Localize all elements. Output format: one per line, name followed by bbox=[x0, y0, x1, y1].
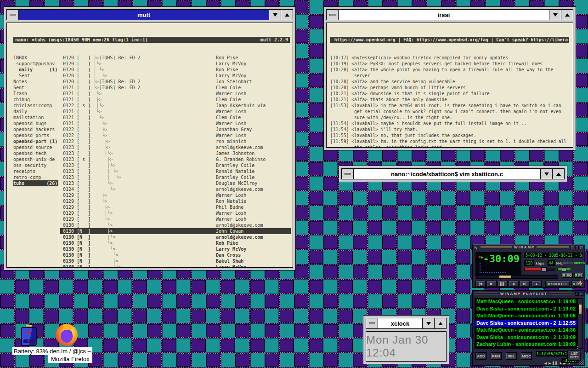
mail-row[interactable]: 0120 [ ] ├>[TUHS] Re: FD 2Rob Pike bbox=[60, 55, 291, 61]
play-button[interactable]: ▶ bbox=[486, 281, 497, 287]
mail-row[interactable]: 0121 [ ] └>[TUHS] Re: FD 2Clem Cole bbox=[60, 85, 291, 91]
topic-url[interactable]: https://libera. bbox=[531, 37, 571, 42]
mail-row[interactable]: 0130 [N ] ├>John Cowan bbox=[60, 228, 291, 234]
winamp-close-button[interactable] bbox=[580, 246, 583, 249]
previous-button[interactable]: |◀ bbox=[475, 281, 486, 287]
mutt-titlebar[interactable]: mutt bbox=[6, 9, 293, 20]
mail-row[interactable]: 0121 [ ] └>Warner Losh bbox=[60, 109, 291, 115]
mailbox-item[interactable]: Sent bbox=[13, 85, 58, 91]
mail-row[interactable]: 0123 [ ] │ └>Ronald Natalie bbox=[60, 168, 291, 174]
next-button[interactable]: ▶| bbox=[520, 281, 530, 287]
xclock-titlebar[interactable]: xclock bbox=[366, 318, 447, 329]
mailbox-item[interactable]: openbsd-source- bbox=[13, 144, 58, 150]
mail-row[interactable]: 0120 [ ] │ └>Rob Pike bbox=[60, 67, 291, 73]
mail-row[interactable]: 0122 [ ] ├>Jonathan Gray bbox=[60, 126, 291, 132]
mailbox-item[interactable]: openbsd-hackers bbox=[13, 126, 58, 132]
resize-grip[interactable] bbox=[579, 359, 584, 365]
mail-row[interactable]: 0123 [ ] │└>James Johnston bbox=[60, 150, 291, 156]
mailbox-item[interactable]: Sent bbox=[13, 73, 58, 79]
mail-row[interactable]: 0130 [N ] └>Dan Cross bbox=[60, 252, 291, 258]
xbatticon-minimize-button[interactable] bbox=[540, 169, 552, 179]
mailbox-item[interactable]: receipts bbox=[13, 168, 58, 174]
irssi-minimize-button[interactable] bbox=[549, 10, 561, 20]
eq-button[interactable]: EQ bbox=[562, 273, 573, 278]
winamp-time-display[interactable]: ▶ -30:09 bbox=[475, 252, 521, 276]
mail-row[interactable]: 0121 [ ] └>Warner Losh bbox=[60, 121, 291, 126]
misc-button[interactable]: MISC bbox=[521, 352, 532, 360]
xclock-minimize-button[interactable] bbox=[422, 318, 434, 328]
mail-row[interactable]: 0120 [ ] ├>[TUHS] Re: FD 2Jon Steinhart bbox=[60, 79, 291, 85]
mailbox-item[interactable]: openbsd-ports bbox=[13, 132, 58, 138]
repeat-button[interactable]: ⟳ bbox=[571, 281, 581, 287]
mailbox-item[interactable]: chibug bbox=[13, 97, 58, 103]
winamp-minimize-button[interactable] bbox=[571, 246, 574, 249]
mail-row[interactable]: 0123 [ s ] ├>G. Branden Robinso bbox=[60, 156, 291, 162]
xbatticon-maximize-button[interactable] bbox=[552, 169, 564, 179]
xclock-maximize-button[interactable] bbox=[434, 318, 446, 328]
mutt-maximize-button[interactable] bbox=[281, 10, 293, 20]
scrollbar-handle[interactable] bbox=[578, 304, 582, 314]
mail-row[interactable]: 0130 [N ] ├>Bakul Shah bbox=[60, 258, 291, 264]
xclock-menu-button[interactable] bbox=[366, 318, 378, 328]
battery-icon-label[interactable]: Battery: 83% bbox=[12, 347, 49, 355]
sel-button[interactable]: SEL bbox=[506, 352, 517, 360]
playlist-track[interactable]: Matt MacQueen - sonicsunset.co1:19:08 bbox=[475, 299, 577, 306]
playlist-shade-button[interactable] bbox=[575, 292, 579, 296]
mail-row[interactable]: 0130 [N ] │└>arnold@skeeve.com bbox=[60, 234, 291, 240]
playlist-scroll-arrows[interactable]: ▲▼ bbox=[576, 345, 579, 350]
mail-row[interactable]: 0130 [N ] │├>Larry McVoy bbox=[60, 264, 291, 268]
topic-url[interactable]: https://www.openbsd.org bbox=[332, 37, 396, 42]
playlist-track[interactable]: Zachary Lubin - sonicsunset.com1:19:09 bbox=[475, 341, 577, 349]
mail-row[interactable]: 0121 [ ] └>Warner Losh bbox=[60, 91, 291, 97]
volume-thumb[interactable] bbox=[541, 267, 547, 271]
playlist-track[interactable]: Matt MacQueen - sonicsunset.co1:14:36 bbox=[475, 327, 577, 334]
shuffle-button[interactable]: SHUFFLE bbox=[545, 281, 570, 287]
winamp-song-marquee[interactable]: 5-08-12 - 2005-08-12 - DAVE <1: bbox=[524, 253, 583, 258]
mailbox-item[interactable]: support@pushov bbox=[13, 61, 58, 67]
mail-row[interactable]: 0122 [ ] └>Warner Losh bbox=[60, 132, 291, 138]
mutt-menu-button[interactable] bbox=[7, 10, 19, 20]
mail-row[interactable]: 0123 [ ] ├>arnold@skeeve.com bbox=[60, 144, 291, 150]
mailbox-item[interactable]: tuhs (26) bbox=[13, 180, 58, 186]
mail-row[interactable]: 0121 [ ] └>Clem Cole bbox=[60, 115, 291, 121]
mail-row[interactable]: 0130 [N ] └>Larry McVoy bbox=[60, 246, 291, 252]
mail-row[interactable]: 0123 [ ] └>Douglas McIlroy bbox=[60, 180, 291, 186]
mailbox-item[interactable]: oss-security bbox=[13, 162, 58, 168]
pause-button[interactable]: ▌▌ bbox=[498, 281, 508, 287]
irssi-maximize-button[interactable] bbox=[561, 10, 573, 20]
mail-row[interactable]: 0124 [ ] └>arnold@skeeve.com bbox=[60, 186, 291, 192]
winamp-shade-button[interactable] bbox=[575, 246, 579, 249]
playlist-scrollbar[interactable] bbox=[577, 299, 582, 348]
mailbox-item[interactable]: Notes bbox=[13, 79, 58, 85]
mail-row[interactable]: 0129 [ ] │└>Warner Losh bbox=[60, 210, 291, 216]
irssi-titlebar[interactable]: irssi bbox=[326, 9, 573, 20]
mailbox-item[interactable]: INBOX bbox=[13, 55, 58, 61]
playlist-close-button[interactable] bbox=[580, 292, 583, 296]
mailbox-item[interactable]: openbsd-port (1) bbox=[13, 138, 58, 144]
playlist-titlebar[interactable]: WINAMP PLAYLIST bbox=[473, 291, 585, 297]
stop-button[interactable]: ■ bbox=[509, 281, 519, 287]
mail-row[interactable]: 0122 [ ] ├>ron minnich bbox=[60, 138, 291, 144]
mail-row[interactable]: 0129 [ ] ├>Warner Losh bbox=[60, 192, 291, 198]
winamp-titlebar[interactable]: ∿ WINAMP bbox=[473, 244, 585, 250]
eject-button[interactable]: ▲ bbox=[531, 281, 542, 287]
mutt-minimize-button[interactable] bbox=[269, 10, 281, 20]
firefox-icon-label[interactable]: den.im / @jcs – Mozilla Firefox bbox=[48, 347, 92, 363]
mail-row[interactable]: 0121 [ ] ├>Clem Cole bbox=[60, 97, 291, 103]
mailbox-item[interactable]: mailstation bbox=[13, 115, 58, 121]
xbatticon-menu-button[interactable] bbox=[342, 169, 354, 179]
mailbox-item[interactable]: daily (1) bbox=[13, 67, 58, 73]
mailbox-item[interactable]: openssh-unix-de bbox=[13, 156, 58, 162]
playlist-track[interactable]: Dave Siska - sonicsunset.com - 21:10:09 bbox=[475, 334, 577, 342]
rem-button[interactable]: REM bbox=[491, 352, 502, 360]
mail-row[interactable]: 0129 [ ] └>Warner Losh bbox=[60, 216, 291, 222]
mailbox-item[interactable]: Trash bbox=[13, 91, 58, 97]
playlist-track[interactable]: Dave Siska - sonicsunset.com - 21:12:55 bbox=[475, 320, 577, 328]
mailbox-item[interactable]: chiclassiccomp bbox=[13, 103, 58, 109]
topic-url[interactable]: https://www.openbsd.org/faq bbox=[417, 37, 488, 42]
mailbox-item[interactable]: daily bbox=[13, 109, 58, 115]
mail-row[interactable]: 0120 [ ] │ └>Larry McVoy bbox=[60, 73, 291, 79]
mail-row[interactable]: 0129 [ ] ├>Phil Budne bbox=[60, 204, 291, 210]
mail-row[interactable]: 0123 [ ] │ └>Brantley Coile bbox=[60, 174, 291, 180]
mail-row[interactable]: 0130 [N ] └>Rob Pike bbox=[60, 240, 291, 246]
